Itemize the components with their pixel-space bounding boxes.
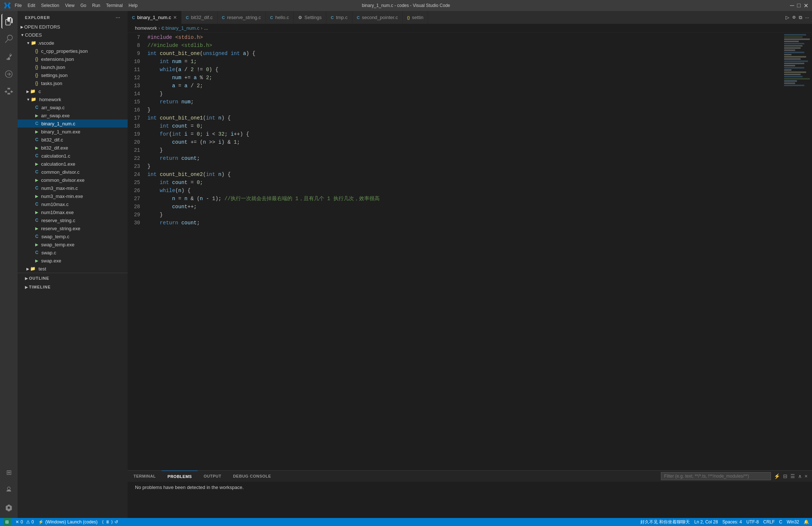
run-icon[interactable]: ▷: [786, 15, 789, 20]
test-folder-icon: 📁: [30, 266, 36, 271]
debug-run-icon[interactable]: ⚙: [792, 15, 796, 20]
tab-settin[interactable]: {} settin: [403, 11, 428, 24]
open-editors-section[interactable]: ▶ OPEN EDITORS: [18, 23, 128, 31]
nav-prev-icon[interactable]: ⟨: [102, 519, 104, 525]
breadcrumb-homework[interactable]: homework: [135, 25, 157, 31]
code-content[interactable]: #include <stdio.h> //#include <stdlib.h>…: [146, 33, 783, 470]
tab-tmp[interactable]: C tmp.c: [326, 11, 352, 24]
source-control-activity-icon[interactable]: [1, 49, 16, 64]
homework-folder-icon: 📁: [31, 97, 36, 102]
c-folder[interactable]: ▶ 📁 c: [18, 87, 128, 95]
file-swap-c[interactable]: C swap.c: [18, 249, 128, 257]
extensions-activity-icon[interactable]: [1, 84, 16, 99]
breadcrumb-ellipsis[interactable]: ...: [204, 25, 208, 31]
filter-icon[interactable]: ⚡: [774, 473, 780, 479]
menu-view[interactable]: View: [65, 3, 74, 8]
timeline-header[interactable]: ▶ TIMELINE: [18, 283, 128, 291]
file-launch-json[interactable]: {} launch.json: [18, 63, 128, 71]
homework-folder[interactable]: ▼ 📁 homework: [18, 95, 128, 103]
tab-hello[interactable]: C hello.c: [266, 11, 294, 24]
file-num3-max-min-c[interactable]: C num3_max-min.c: [18, 184, 128, 192]
panel-close-icon[interactable]: ×: [805, 473, 808, 479]
notifications-icon[interactable]: 🔔: [804, 519, 809, 525]
panel-tab-debug-console[interactable]: DEBUG CONSOLE: [227, 471, 277, 482]
split-editor-icon[interactable]: ⧉: [799, 15, 802, 21]
panel-tab-output[interactable]: OUTPUT: [198, 471, 227, 482]
sidebar-more-button[interactable]: ···: [116, 15, 120, 20]
menu-go[interactable]: Go: [80, 3, 86, 8]
vscode-folder[interactable]: ▼ 📁 .vscode: [18, 39, 128, 47]
language-mode[interactable]: C: [779, 519, 782, 525]
remote-status[interactable]: ⊞: [3, 518, 11, 526]
breadcrumb-file[interactable]: Cbinary_1_num.c: [161, 25, 199, 31]
encoding[interactable]: UTF-8: [746, 519, 759, 525]
file-reserve-string-exe[interactable]: ▶ reserve_string.exe: [18, 224, 128, 232]
close-button[interactable]: ✕: [804, 2, 808, 9]
file-extensions-json[interactable]: {} extensions.json: [18, 55, 128, 63]
tab-bit32-dif[interactable]: C bit32_dif.c: [182, 11, 217, 24]
menu-file[interactable]: File: [15, 3, 22, 8]
debug-config[interactable]: ⚡ (Windows) Launch (codes): [38, 519, 98, 525]
extension-text-status[interactable]: 好久不见 和你坐着聊聊天: [640, 519, 690, 525]
panel-tab-problems[interactable]: PROBLEMS: [162, 471, 198, 482]
file-bit32-dif-exe[interactable]: ▶ bit32_dif.exe: [18, 144, 128, 152]
code-editor[interactable]: 78910 11121314 15161718 19202122 2324252…: [128, 33, 812, 470]
file-bit32-dif-c[interactable]: C bit32_dif.c: [18, 136, 128, 144]
more-actions-icon[interactable]: ···: [805, 15, 809, 20]
indentation[interactable]: Spaces: 4: [723, 519, 742, 525]
file-num10max-exe[interactable]: ▶ num10max.exe: [18, 208, 128, 216]
nav-next-icon[interactable]: ⟩: [111, 519, 113, 525]
collapse-all-icon[interactable]: ⊟: [783, 473, 787, 479]
panel-menu-icon[interactable]: ☰: [790, 473, 795, 479]
file-c-cpp-properties[interactable]: {} c_cpp_properties.json: [18, 47, 128, 55]
tab-close-binary[interactable]: ×: [173, 14, 176, 21]
platform[interactable]: Win32: [787, 519, 799, 525]
file-num10max-c[interactable]: C num10max.c: [18, 200, 128, 208]
codes-section[interactable]: ▼ CODES: [18, 31, 128, 39]
file-reserve-string-c[interactable]: C reserve_string.c: [18, 216, 128, 224]
file-swap-temp-c[interactable]: C swap_temp.c: [18, 232, 128, 240]
file-num3-max-min-exe[interactable]: ▶ num3_max-min.exe: [18, 192, 128, 200]
errors-warnings[interactable]: ✕ 0 ⚠ 0: [15, 519, 34, 525]
file-settings-json[interactable]: {} settings.json: [18, 71, 128, 79]
run-debug-activity-icon[interactable]: [1, 67, 16, 81]
file-arr-swap-exe[interactable]: ▶ arr_swap.exe: [18, 111, 128, 119]
explorer-activity-icon[interactable]: [1, 14, 16, 29]
tab-settings[interactable]: ⚙ Settings: [294, 11, 326, 24]
test-folder[interactable]: ▶ 📁 test: [18, 265, 128, 273]
minimize-button[interactable]: ─: [790, 2, 794, 9]
cursor-position[interactable]: Ln 2, Col 28: [694, 519, 718, 525]
panel-tab-terminal[interactable]: TERMINAL: [128, 471, 162, 482]
file-common-divisor-exe[interactable]: ▶ common_divisor.exe: [18, 176, 128, 184]
menu-help[interactable]: Help: [129, 3, 138, 8]
file-arr-swap-c[interactable]: C arr_swap.c: [18, 103, 128, 111]
settings-activity-icon[interactable]: [1, 500, 16, 515]
nav-restart-icon[interactable]: ↺: [114, 519, 118, 525]
menu-selection[interactable]: Selection: [41, 3, 59, 8]
outline-header[interactable]: ▶ OUTLINE: [18, 275, 128, 282]
file-common-divisor-c[interactable]: C common_divisor.c: [18, 168, 128, 176]
menu-run[interactable]: Run: [92, 3, 100, 8]
tab-second-pointer[interactable]: C second_pointer.c: [352, 11, 403, 24]
line-ending[interactable]: CRLF: [763, 519, 775, 525]
open-editors-chevron: ▶: [21, 25, 23, 29]
file-binary-1-num-c[interactable]: C binary_1_num.c: [18, 119, 128, 128]
tab-reserve-string[interactable]: C reserve_string.c: [217, 11, 266, 24]
file-swap-temp-exe[interactable]: ▶ swap_temp.exe: [18, 240, 128, 249]
file-calculation1-c[interactable]: C calculation1.c: [18, 152, 128, 160]
remote-icon[interactable]: ⊞: [1, 465, 16, 480]
menu-edit[interactable]: Edit: [28, 3, 35, 8]
file-calculation1-exe[interactable]: ▶ calculation1.exe: [18, 160, 128, 168]
filter-input-container[interactable]: [661, 472, 771, 480]
filter-input[interactable]: [664, 474, 768, 479]
file-tasks-json[interactable]: {} tasks.json: [18, 79, 128, 87]
account-icon[interactable]: [1, 483, 16, 497]
nav-pause-icon[interactable]: ⏸: [105, 519, 110, 525]
menu-terminal[interactable]: Terminal: [106, 3, 122, 8]
search-activity-icon[interactable]: [1, 32, 16, 46]
file-binary-1-num-exe[interactable]: ▶ binary_1_num.exe: [18, 128, 128, 136]
panel-expand-icon[interactable]: ∧: [798, 473, 802, 479]
maximize-button[interactable]: □: [797, 2, 801, 9]
tab-binary-1-num[interactable]: C binary_1_num.c ×: [128, 11, 182, 24]
file-swap-exe[interactable]: ▶ swap.exe: [18, 257, 128, 265]
